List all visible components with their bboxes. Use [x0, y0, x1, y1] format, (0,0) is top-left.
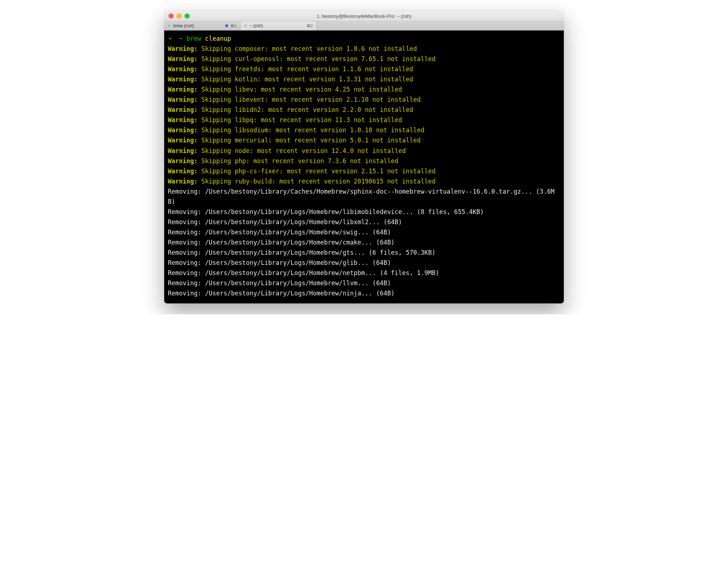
- removing-label: Removing:: [168, 218, 201, 226]
- warning-line: Warning: Skipping libev: most recent ver…: [168, 84, 560, 94]
- warning-text: Skipping php-cs-fixer: most recent versi…: [201, 168, 436, 175]
- removing-text: /Users/bestony/Library/Logs/Homebrew/gli…: [205, 259, 391, 266]
- removing-line: Removing: /Users/bestony/Library/Logs/Ho…: [168, 258, 560, 268]
- removing-label: Removing:: [168, 208, 201, 215]
- warning-line: Warning: Skipping composer: most recent …: [168, 44, 560, 54]
- tab-shortcut: ⌘2: [307, 24, 313, 28]
- warning-line: Warning: Skipping libidn2: most recent v…: [168, 105, 560, 115]
- tab-label: brew (curl): [173, 23, 194, 28]
- tab-zsh[interactable]: × ~ (zsh) ⌘2: [240, 21, 317, 30]
- warning-line: Warning: Skipping freetds: most recent v…: [168, 64, 560, 74]
- removing-label: Removing:: [168, 229, 201, 236]
- removing-label: Removing:: [168, 188, 201, 195]
- warning-line: Warning: Skipping node: most recent vers…: [168, 146, 560, 156]
- warning-label: Warning:: [168, 106, 198, 113]
- removing-text: /Users/bestony/Library/Logs/Homebrew/swi…: [205, 229, 391, 236]
- warning-label: Warning:: [168, 137, 198, 144]
- warning-line: Warning: Skipping mercurial: most recent…: [168, 135, 560, 145]
- warning-line: Warning: Skipping php: most recent versi…: [168, 156, 560, 166]
- traffic-lights: [164, 13, 190, 19]
- removing-line: Removing: /Users/bestony/Library/Logs/Ho…: [168, 227, 560, 237]
- tab-shortcut: ⌘1: [230, 24, 236, 28]
- warning-line: Warning: Skipping kotlin: most recent ve…: [168, 74, 560, 84]
- warning-label: Warning:: [168, 45, 198, 52]
- prompt-arrow-icon: ➜: [168, 35, 171, 42]
- warning-text: Skipping php: most recent version 7.3.6 …: [201, 157, 398, 165]
- warning-label: Warning:: [168, 116, 198, 124]
- removing-text: /Users/bestony/Library/Logs/Homebrew/net…: [205, 269, 439, 277]
- tab-brew-curl[interactable]: × brew (curl) ⌘1: [164, 21, 240, 30]
- warning-label: Warning:: [168, 157, 198, 165]
- removing-line: Removing: /Users/bestony/Library/Caches/…: [168, 186, 560, 207]
- removing-line: Removing: /Users/bestony/Library/Logs/Ho…: [168, 237, 560, 247]
- removing-line: Removing: /Users/bestony/Library/Logs/Ho…: [168, 288, 560, 298]
- warning-line: Warning: Skipping ruby-build: most recen…: [168, 176, 560, 186]
- removing-line: Removing: /Users/bestony/Library/Logs/Ho…: [168, 268, 560, 278]
- removing-label: Removing:: [168, 259, 201, 266]
- removing-text: /Users/bestony/Library/Logs/Homebrew/lib…: [205, 218, 402, 226]
- warning-text: Skipping freetds: most recent version 1.…: [201, 65, 413, 73]
- warning-text: Skipping curl-openssl: most recent versi…: [201, 55, 436, 62]
- removing-label: Removing:: [168, 290, 201, 297]
- prompt-cwd: ~: [179, 35, 183, 42]
- close-tab-icon[interactable]: ×: [168, 23, 170, 28]
- close-tab-icon[interactable]: ×: [244, 23, 247, 28]
- warning-line: Warning: Skipping libsodium: most recent…: [168, 125, 560, 135]
- warning-label: Warning:: [168, 126, 198, 134]
- terminal-window: 1. bestony@BestonydeMacBook-Pro: ~ (zsh)…: [164, 11, 564, 303]
- removing-line: Removing: /Users/bestony/Library/Logs/Ho…: [168, 247, 560, 258]
- removing-line: Removing: /Users/bestony/Library/Logs/Ho…: [168, 217, 560, 227]
- warning-label: Warning:: [168, 96, 198, 103]
- warning-line: Warning: Skipping curl-openssl: most rec…: [168, 54, 560, 64]
- activity-dot-icon: [225, 24, 228, 27]
- removing-text: /Users/bestony/Library/Caches/Homebrew/s…: [168, 188, 554, 205]
- warning-label: Warning:: [168, 86, 198, 93]
- removing-label: Removing:: [168, 239, 201, 246]
- removing-line: Removing: /Users/bestony/Library/Logs/Ho…: [168, 278, 560, 288]
- close-window-button[interactable]: [169, 13, 174, 19]
- warning-text: Skipping libpq: most recent version 11.3…: [201, 116, 402, 124]
- warning-label: Warning:: [168, 76, 198, 83]
- removing-label: Removing:: [168, 279, 201, 287]
- warning-text: Skipping ruby-build: most recent version…: [201, 178, 436, 185]
- prompt-line: ➜ ~ brew cleanup: [168, 33, 560, 44]
- warning-text: Skipping libevent: most recent version 2…: [201, 96, 421, 103]
- tab-bar: × brew (curl) ⌘1 × ~ (zsh) ⌘2: [164, 21, 564, 31]
- removing-line: Removing: /Users/bestony/Library/Logs/Ho…: [168, 207, 560, 217]
- window-title: 1. bestony@BestonydeMacBook-Pro: ~ (zsh): [164, 13, 564, 19]
- warning-label: Warning:: [168, 168, 198, 175]
- warning-line: Warning: Skipping libevent: most recent …: [168, 94, 560, 105]
- warning-label: Warning:: [168, 65, 198, 73]
- removing-label: Removing:: [168, 249, 201, 256]
- tab-label: ~ (zsh): [250, 23, 263, 28]
- prompt-arg: cleanup: [205, 35, 231, 42]
- removing-text: /Users/bestony/Library/Logs/Homebrew/lib…: [205, 208, 484, 215]
- warning-text: Skipping mercurial: most recent version …: [201, 137, 421, 144]
- zoom-window-button[interactable]: [185, 13, 190, 19]
- warning-label: Warning:: [168, 55, 198, 62]
- warning-label: Warning:: [168, 178, 198, 185]
- warning-label: Warning:: [168, 147, 198, 154]
- titlebar[interactable]: 1. bestony@BestonydeMacBook-Pro: ~ (zsh): [164, 11, 564, 21]
- warning-text: Skipping libidn2: most recent version 2.…: [201, 106, 413, 113]
- warning-text: Skipping node: most recent version 12.4.…: [201, 147, 406, 154]
- removing-label: Removing:: [168, 269, 201, 277]
- minimize-window-button[interactable]: [177, 13, 182, 19]
- removing-text: /Users/bestony/Library/Logs/Homebrew/llv…: [205, 279, 391, 287]
- warning-text: Skipping kotlin: most recent version 1.3…: [201, 76, 413, 83]
- terminal-viewport[interactable]: ➜ ~ brew cleanupWarning: Skipping compos…: [164, 31, 564, 303]
- warning-text: Skipping libev: most recent version 4.25…: [201, 86, 402, 93]
- removing-text: /Users/bestony/Library/Logs/Homebrew/cma…: [205, 239, 395, 246]
- warning-text: Skipping composer: most recent version 1…: [201, 45, 417, 52]
- warning-text: Skipping libsodium: most recent version …: [201, 126, 424, 134]
- warning-line: Warning: Skipping php-cs-fixer: most rec…: [168, 166, 560, 176]
- removing-text: /Users/bestony/Library/Logs/Homebrew/gts…: [205, 249, 436, 256]
- warning-line: Warning: Skipping libpq: most recent ver…: [168, 115, 560, 125]
- prompt-command: brew: [186, 35, 201, 42]
- removing-text: /Users/bestony/Library/Logs/Homebrew/nin…: [205, 290, 395, 297]
